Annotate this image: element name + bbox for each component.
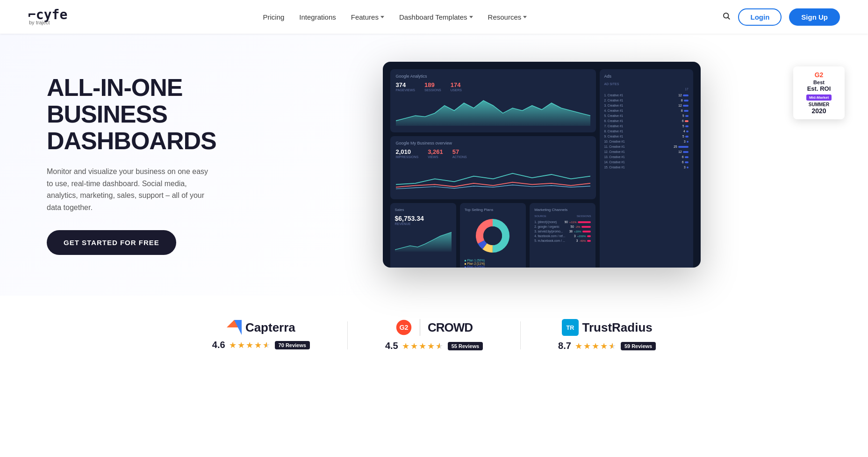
hero-visual: G2 Best Est. ROI Mid-Market SUMMER 2020 …: [243, 62, 840, 268]
ads-panel: Ads AD SITES 17 (function() { var items …: [600, 69, 693, 268]
metric-actions-label: ACTIONS: [452, 155, 467, 159]
metric-pageviews-label: PAGEVIEWS: [396, 88, 416, 92]
logo[interactable]: ⌐cyfe by traject: [28, 8, 67, 25]
capterra-name: Capterra: [245, 320, 295, 335]
top-plans-card: Top Selling Plans: [460, 203, 526, 268]
ads-list: 17 (function() { var items = [ {n:'1.', …: [604, 87, 689, 92]
cta-button[interactable]: GET STARTED FOR FREE: [47, 230, 176, 255]
svg-text:G2: G2: [399, 324, 408, 331]
marketing-card: Marketing Channels SOURCE SESSIONS 1. (d…: [530, 203, 595, 268]
divider: [347, 321, 348, 349]
ad-row: 7. Creative #1 5: [604, 124, 689, 128]
revenue-val: $6,753.34: [395, 215, 452, 222]
capterra-brand: Capterra: [227, 320, 295, 335]
metric-views-val: 3,261: [428, 148, 443, 155]
g2-year: 2020: [799, 107, 839, 115]
signup-button[interactable]: Sign Up: [789, 8, 840, 26]
ad-row: 6. Creative #1 6: [604, 119, 689, 123]
ga-title: Google Analytics: [396, 74, 590, 79]
g2-group: G2 CROWD 4.5 ★★★★★★ 55 Reviews: [385, 319, 483, 351]
mkt-item: 5. m.facebook.com / ... 3 -40%: [534, 239, 591, 242]
metric-sessions-val: 189: [424, 81, 441, 88]
dashboard-mockup: Google Analytics 374 PAGEVIEWS 189 SESSI…: [383, 62, 701, 268]
chevron-down-icon: [469, 16, 473, 18]
trustradius-icon: TR: [562, 319, 579, 336]
svg-line-1: [728, 17, 730, 19]
ad-row: 11. Creative #1 25: [604, 145, 689, 148]
g2-rating: 4.5 ★★★★★★ 55 Reviews: [385, 341, 483, 351]
ad-row: 15. Creative #1 3: [604, 166, 689, 169]
ad-row: 2. Creative #1 8: [604, 99, 689, 102]
metric-users-label: USERS: [451, 88, 462, 92]
metric-pageviews-val: 374: [396, 81, 416, 88]
chevron-down-icon: [380, 16, 384, 18]
mkt-sessions-header: SESSIONS: [577, 215, 591, 218]
ad-row: 14. Creative #1 6: [604, 160, 689, 164]
mkt-item: 4. facebook.com / ref... 3 +200%: [534, 234, 591, 238]
chevron-down-icon: [523, 16, 527, 18]
ratings-section: Capterra 4.6 ★★★★★★ 70 Reviews G2 CROWD …: [0, 296, 868, 375]
metric-impressions-label: IMPRESSIONS: [396, 155, 419, 159]
hero-title: ALL-IN-ONE BUSINESS DASHBOARDS: [47, 74, 243, 155]
gmb-section: Google My Business overview 2,010 IMPRES…: [390, 136, 596, 199]
nav-dashboard-templates[interactable]: Dashboard Templates: [399, 13, 473, 21]
nav-pricing[interactable]: Pricing: [263, 13, 284, 21]
ad-row: 10. Creative #1 3: [604, 140, 689, 143]
mkt-item: 1. (direct)/(none) 90 +11%: [534, 220, 591, 224]
metric-sessions-label: SESSIONS: [424, 88, 441, 92]
nav-resources[interactable]: Resources: [488, 13, 527, 21]
ad-row: 12. Creative #1 12: [604, 150, 689, 153]
g2-score: 4.5: [385, 341, 398, 351]
ga-chart: [396, 95, 590, 126]
login-button[interactable]: Login: [738, 8, 782, 26]
trustradius-brand: TR TrustRadius: [562, 319, 653, 336]
metric-users-val: 174: [451, 81, 462, 88]
g2-reviews: 55 Reviews: [448, 342, 483, 350]
tr-reviews: 59 Reviews: [621, 342, 656, 350]
ad-row: 8. Creative #1 4: [604, 130, 689, 133]
sales-card: Sales $6,753.34 REVENUE: [390, 203, 456, 268]
capterra-group: Capterra 4.6 ★★★★★★ 70 Reviews: [212, 320, 310, 350]
ad-sites-label: AD SITES: [604, 82, 689, 86]
metric-impressions-val: 2,010: [396, 148, 419, 155]
tr-rating: 8.7 ★★★★★★ 59 Reviews: [558, 341, 656, 351]
gmb-metrics: 2,010 IMPRESSIONS 3,261 VIEWS 57 ACTIONS: [396, 148, 590, 159]
g2-crowd-name: CROWD: [428, 320, 473, 335]
g2-best: Best: [799, 80, 839, 85]
g2-market: Mid-Market: [806, 94, 832, 101]
divider: [520, 321, 521, 349]
g2-badge: G2 Best Est. ROI Mid-Market SUMMER 2020: [793, 66, 845, 119]
donut-container: [465, 215, 521, 257]
ad-row: 4. Creative #1 8: [604, 109, 689, 112]
svg-point-7: [483, 226, 502, 245]
capterra-icon: [227, 320, 242, 335]
gmb-title: Google My Business overview: [396, 141, 590, 145]
nav-features[interactable]: Features: [351, 13, 384, 21]
mkt-item: 2. google / organic 50 -2%: [534, 225, 591, 228]
ad-rows: 1. Creative #1 12 2. Creative #1 8: [604, 94, 689, 169]
trustradius-name: TrustRadius: [582, 320, 653, 335]
hero-content: ALL-IN-ONE BUSINESS DASHBOARDS Monitor a…: [47, 74, 243, 255]
marketing-title: Marketing Channels: [534, 208, 591, 212]
sales-title: Sales: [395, 208, 452, 212]
search-button[interactable]: [722, 12, 731, 22]
hero-description: Monitor and visualize your business on o…: [47, 166, 215, 213]
capterra-rating: 4.6 ★★★★★★ 70 Reviews: [212, 340, 310, 350]
nav-integrations[interactable]: Integrations: [299, 13, 336, 21]
plan-legend: ■ Plan 1 (50%) ■ Plan 2 (11%) ■ Plan 3 (…: [465, 259, 521, 268]
revenue-label: REVENUE: [395, 222, 452, 225]
nav-links: Pricing Integrations Features Dashboard …: [263, 13, 527, 21]
ads-title: Ads: [604, 74, 689, 79]
hero-section: ALL-IN-ONE BUSINESS DASHBOARDS Monitor a…: [0, 34, 868, 296]
metric-actions-val: 57: [452, 148, 467, 155]
g2-logo: G2: [799, 71, 839, 79]
bottom-cards: Sales $6,753.34 REVENUE: [390, 203, 596, 268]
sales-chart: [395, 228, 452, 252]
navigation: ⌐cyfe by traject Pricing Integrations Fe…: [0, 0, 868, 34]
donut-chart: [474, 217, 511, 254]
top-plans-title: Top Selling Plans: [465, 208, 521, 212]
tr-stars: ★★★★★★: [575, 341, 617, 351]
tr-score: 8.7: [558, 341, 571, 351]
g2-stars: ★★★★★★: [402, 341, 444, 351]
gmb-chart: [396, 162, 590, 193]
